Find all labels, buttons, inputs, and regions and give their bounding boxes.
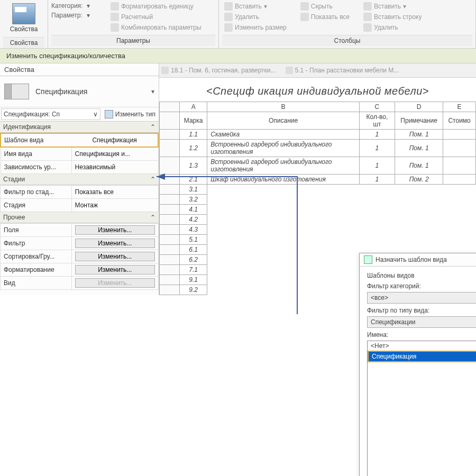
catfilter-select[interactable]: <все>∨ [367, 292, 476, 304]
type-label: Спецификация [35, 87, 87, 96]
row-insert-button[interactable]: Вставить▾ [361, 1, 424, 12]
dialog-titlebar[interactable]: Назначить шаблон вида [360, 253, 476, 267]
ribbon-group-label: Столбцы [222, 35, 472, 46]
instance-selector[interactable]: Спецификация: Сп ∨ [1, 108, 100, 120]
prop-row-formatting[interactable]: ФорматированиеИзменить... [1, 263, 159, 277]
parameter-dropdown[interactable]: Параметр:▾ [51, 11, 104, 20]
view-icon [161, 67, 169, 74]
names-label: Имена: [367, 331, 476, 338]
collapse-icon: ⌃ [150, 214, 155, 221]
names-listbox[interactable]: <Нет> Спецификация [367, 341, 476, 476]
insert-icon [224, 2, 233, 11]
edit-button[interactable]: Изменить... [75, 252, 155, 261]
chevron-down-icon: ▾ [151, 88, 154, 95]
col-resize-button[interactable]: Изменить размер [222, 22, 289, 33]
prop-row-viewname[interactable]: Имя видаСпецификация и... [1, 147, 158, 161]
header-row: Марка Описание Кол-во, шт Примечание Сто… [160, 112, 476, 130]
section-stages[interactable]: Стадии⌃ [0, 174, 159, 185]
view-tabs: 18.1 - Пом. 6, гостиная, развертки... 5.… [159, 63, 476, 78]
ribbon-panel-parameters: Категория:▾ Параметр:▾ Форматировать еди… [48, 0, 219, 48]
properties-palette: Свойства Спецификация ▾ Спецификация: Сп… [0, 63, 159, 295]
delete-icon [224, 13, 233, 21]
prop-row-fields[interactable]: ПоляИзменить... [1, 224, 159, 237]
table-row[interactable]: 4.1 [160, 205, 476, 215]
prop-row-filter[interactable]: ФильтрИзменить... [1, 237, 159, 250]
section-other[interactable]: Прочее⌃ [0, 212, 159, 223]
tab[interactable]: 18.1 - Пом. 6, гостиная, развертки... [161, 67, 276, 75]
table-row[interactable]: 4.2 [160, 215, 476, 225]
edit-type-button[interactable]: Изменить тип [102, 107, 159, 121]
list-item[interactable]: <Нет> [368, 341, 476, 351]
table-row[interactable]: 4.3 [160, 225, 476, 235]
dialog-title-text: Назначить шаблон вида [376, 256, 447, 263]
property-grid: Шаблон видаСпецификация Имя видаСпецифик… [0, 133, 159, 174]
row-insertrow-button[interactable]: Вставить строку [361, 12, 424, 22]
col-hide-button[interactable]: Скрыть [298, 1, 352, 12]
table-row[interactable]: 1.1Скамейка1Пом. 1 [160, 130, 476, 140]
chevron-down-icon: ▾ [85, 2, 92, 10]
table-row[interactable]: 3.1 [160, 185, 476, 195]
properties-title: Свойства [0, 63, 159, 76]
templates-group-label: Шаблоны видов [367, 272, 476, 279]
table-row[interactable]: 3.2 [160, 195, 476, 205]
chevron-down-icon: ∨ [93, 111, 98, 118]
prop-row-template[interactable]: Шаблон видаСпецификация [1, 133, 158, 147]
format-unit-icon [111, 2, 119, 11]
schedule-title: <Специф икация индивидуальной мебели> [159, 78, 476, 102]
table-row[interactable]: 5.1 [160, 235, 476, 245]
prop-row-sorting[interactable]: Сортировка/Гру...Изменить... [1, 250, 159, 263]
col-showall-button[interactable]: Показать все [298, 12, 352, 22]
section-identification[interactable]: Идентификация⌃ [0, 122, 159, 133]
schedule-icon [4, 84, 29, 99]
col-insert-button[interactable]: Вставить▾ [222, 1, 289, 12]
delete-icon [363, 23, 372, 32]
hide-icon [300, 2, 309, 11]
tab[interactable]: 5.1 - План расстановки мебели М... [286, 67, 399, 75]
prop-row-stage[interactable]: СтадияМонтаж [1, 199, 159, 212]
view-icon [286, 67, 293, 74]
calculated-icon [111, 13, 119, 21]
edit-button-disabled: Изменить... [75, 278, 155, 288]
ribbon-panel-columns: Вставить▾ Удалить Изменить размер Скрыть… [219, 0, 476, 48]
row-delete-button[interactable]: Удалить [361, 22, 424, 33]
collapse-icon: ⌃ [150, 176, 155, 183]
ribbon-panel-properties: Свойства Свойства [0, 0, 48, 48]
collapse-icon: ⌃ [150, 123, 155, 131]
showall-icon [300, 13, 309, 21]
format-unit-button[interactable]: Форматировать единицу [108, 1, 204, 12]
table-row[interactable]: 2.1Шкаф индивидуального изготовления1Пом… [160, 175, 476, 185]
calculated-button[interactable]: Расчетный [108, 12, 204, 22]
edit-button[interactable]: Изменить... [75, 265, 155, 274]
category-dropdown[interactable]: Категория:▾ [51, 1, 104, 11]
properties-button[interactable]: Свойства [3, 1, 44, 35]
context-bar: Изменить спецификацию/количества [0, 49, 476, 63]
ribbon: Свойства Свойства Категория:▾ Параметр:▾… [0, 0, 476, 49]
catfilter-label: Фильтр категорий: [367, 282, 476, 290]
list-item-selected[interactable]: Спецификация [368, 351, 476, 362]
dialog-icon [364, 255, 372, 264]
table-row[interactable]: 1.2Встроенный гардероб индивидуального и… [160, 140, 476, 157]
main-area: 18.1 - Пом. 6, гостиная, развертки... 5.… [159, 63, 476, 295]
prop-row-view: ВидИзменить... [1, 277, 159, 290]
properties-label: Свойства [10, 25, 38, 33]
prop-row-stagefilter[interactable]: Фильтр по стад...Показать все [1, 186, 159, 199]
insert-icon [363, 2, 372, 11]
typefilter-select[interactable]: Спецификации∨ [367, 316, 476, 328]
resize-icon [224, 23, 233, 32]
ribbon-group-label: Свойства [3, 37, 44, 48]
edit-button[interactable]: Изменить... [75, 225, 155, 235]
typefilter-label: Фильтр по типу вида: [367, 307, 476, 314]
properties-icon [12, 3, 35, 24]
edit-type-icon [105, 110, 113, 118]
prop-row-dependency: Зависимость ур...Независимый [1, 161, 158, 174]
combine-params-button[interactable]: Комбинировать параметры [108, 22, 204, 33]
chevron-down-icon: ▾ [85, 12, 92, 19]
assign-view-template-dialog: Назначить шаблон вида Шаблоны видов Филь… [359, 253, 476, 476]
table-row[interactable]: 1.3Встроенный гардероб индивидуального и… [160, 157, 476, 175]
combine-params-icon [111, 23, 119, 32]
dialog-left-pane: Шаблоны видов Фильтр категорий: <все>∨ Ф… [367, 272, 476, 476]
column-letter-row: A B C D E [160, 102, 476, 112]
type-selector[interactable]: Спецификация ▾ [0, 76, 159, 107]
col-delete-button[interactable]: Удалить [222, 12, 289, 22]
edit-button[interactable]: Изменить... [75, 239, 155, 248]
